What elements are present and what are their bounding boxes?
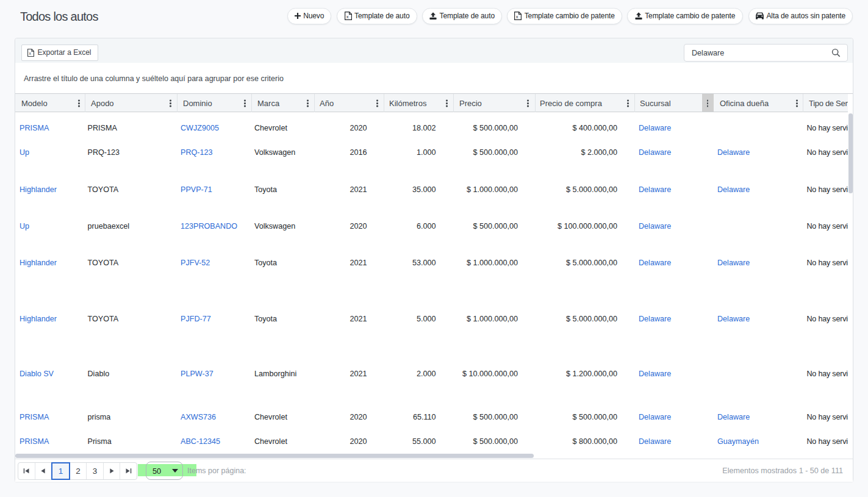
svg-text:x: x <box>346 13 348 19</box>
svg-text:x: x <box>516 13 518 19</box>
svg-text:x: x <box>29 51 32 55</box>
